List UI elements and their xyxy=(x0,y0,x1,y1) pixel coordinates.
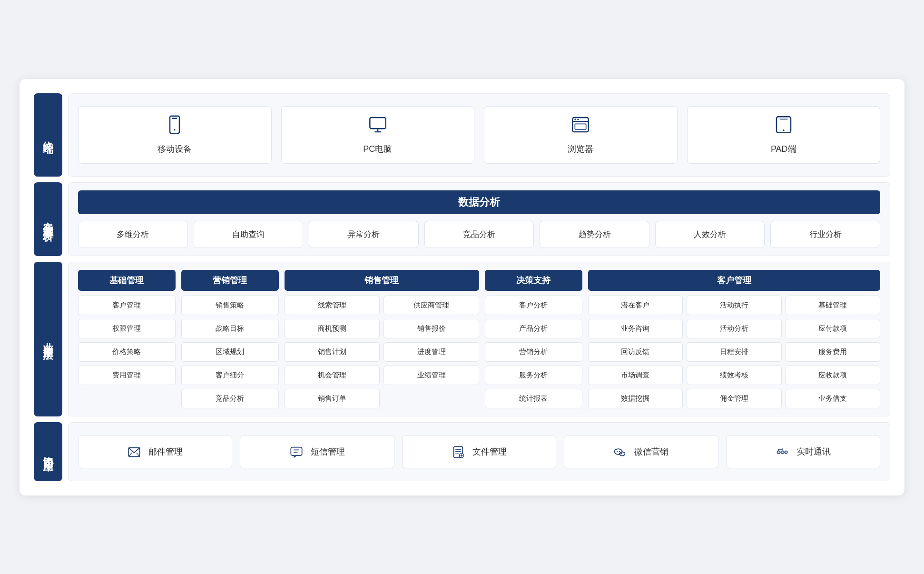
collab-item-realtime[interactable]: 实时通讯 xyxy=(726,435,880,468)
pc-label: PC电脑 xyxy=(363,143,392,155)
svg-point-8 xyxy=(575,119,576,120)
collab-item-wechat[interactable]: 微信营销 xyxy=(564,435,718,468)
biz-basic-header: 基础管理 xyxy=(78,270,176,291)
biz-customer-7[interactable]: 日程安排 xyxy=(687,342,781,362)
biz-decision-1[interactable]: 产品分析 xyxy=(485,319,582,338)
biz-sales-8[interactable]: 销售订单 xyxy=(285,389,380,408)
main-container: 终端 移动设备 xyxy=(20,79,904,495)
biz-sales-header: 销售管理 xyxy=(285,270,480,291)
crm-row: 客户管理分析 数据分析 多维分析 自助查询 异常分析 竞品分析 趋势分析 人效分… xyxy=(34,182,890,256)
biz-basic-2[interactable]: 价格策略 xyxy=(78,342,176,362)
da-item-3[interactable]: 竞品分析 xyxy=(424,221,534,248)
mobile-icon xyxy=(165,115,184,139)
terminal-item-pc[interactable]: PC电脑 xyxy=(281,106,475,164)
collab-item-email[interactable]: 邮件管理 xyxy=(78,435,232,468)
biz-customer-header: 客户管理 xyxy=(588,270,880,291)
svg-rect-34 xyxy=(781,451,784,454)
biz-sales-1[interactable]: 供应商管理 xyxy=(383,296,479,315)
biz-marketing-4[interactable]: 竞品分析 xyxy=(181,389,279,408)
biz-sales-6[interactable]: 机会管理 xyxy=(285,366,380,385)
browser-label: 浏览器 xyxy=(568,143,593,155)
svg-rect-10 xyxy=(575,124,586,129)
biz-customer-13[interactable]: 佣金管理 xyxy=(687,389,781,408)
da-item-1[interactable]: 自助查询 xyxy=(194,221,304,248)
svg-rect-35 xyxy=(785,451,787,454)
da-title: 数据分析 xyxy=(78,190,880,214)
biz-sales-3[interactable]: 销售报价 xyxy=(383,319,479,338)
da-item-2[interactable]: 异常分析 xyxy=(309,221,419,248)
biz-decision-2[interactable]: 营销分析 xyxy=(485,342,582,362)
biz-section-basic: 基础管理 客户管理 权限管理 价格策略 费用管理 xyxy=(78,270,176,408)
biz-marketing-3[interactable]: 客户细分 xyxy=(181,366,279,385)
svg-point-9 xyxy=(578,119,579,120)
terminal-row: 终端 移动设备 xyxy=(34,93,890,177)
biz-customer-9[interactable]: 市场调查 xyxy=(588,366,683,385)
pad-label: PAD端 xyxy=(771,143,796,155)
biz-customer-4[interactable]: 活动分析 xyxy=(687,319,781,338)
terminal-item-mobile[interactable]: 移动设备 xyxy=(78,106,272,164)
biz-decision-4[interactable]: 统计报表 xyxy=(485,389,582,408)
svg-point-31 xyxy=(621,454,622,455)
collab-row: 协同应用 邮件管理 xyxy=(34,422,890,481)
crm-content: 数据分析 多维分析 自助查询 异常分析 竞品分析 趋势分析 人效分析 行业分析 xyxy=(68,182,890,256)
realtime-icon xyxy=(776,444,791,459)
svg-point-30 xyxy=(619,451,620,452)
biz-basic-3[interactable]: 费用管理 xyxy=(78,366,176,385)
svg-point-29 xyxy=(617,451,618,452)
svg-point-32 xyxy=(623,454,624,455)
biz-customer-11[interactable]: 应收款项 xyxy=(786,366,880,385)
biz-customer-10[interactable]: 绩效考核 xyxy=(687,366,781,385)
collab-email-label: 邮件管理 xyxy=(148,446,183,457)
biz-marketing-0[interactable]: 销售策略 xyxy=(181,296,279,315)
file-icon xyxy=(452,444,467,459)
da-item-6[interactable]: 行业分析 xyxy=(770,221,880,248)
biz-content: 基础管理 客户管理 权限管理 价格策略 费用管理 营销管理 销售策略 战略目标 … xyxy=(68,262,890,416)
biz-customer-2[interactable]: 基础管理 xyxy=(786,296,880,315)
biz-basic-1[interactable]: 权限管理 xyxy=(78,319,176,338)
svg-line-16 xyxy=(137,453,140,456)
da-items: 多维分析 自助查询 异常分析 竞品分析 趋势分析 人效分析 行业分析 xyxy=(78,221,880,248)
da-item-0[interactable]: 多维分析 xyxy=(78,221,188,248)
biz-customer-12[interactable]: 数据挖掘 xyxy=(588,389,683,408)
biz-decision-items: 客户分析 产品分析 营销分析 服务分析 统计报表 xyxy=(485,296,582,408)
svg-point-1 xyxy=(174,129,176,130)
svg-rect-33 xyxy=(777,451,780,454)
biz-sales-5[interactable]: 进度管理 xyxy=(383,342,479,362)
biz-decision-0[interactable]: 客户分析 xyxy=(485,296,582,315)
biz-sales-0[interactable]: 线索管理 xyxy=(285,296,380,315)
pad-icon xyxy=(774,115,793,139)
biz-customer-5[interactable]: 应付款项 xyxy=(786,319,880,338)
biz-marketing-header: 营销管理 xyxy=(181,270,279,291)
biz-section-sales: 销售管理 线索管理 供应商管理 商机预测 销售报价 销售计划 进度管理 机会管理… xyxy=(285,270,480,408)
terminal-items: 移动设备 PC电脑 xyxy=(78,101,880,168)
biz-section-customer: 客户管理 潜在客户 活动执行 基础管理 业务咨询 活动分析 应付款项 回访反馈 … xyxy=(588,270,880,408)
biz-sales-7[interactable]: 业绩管理 xyxy=(383,366,479,385)
biz-decision-3[interactable]: 服务分析 xyxy=(485,366,582,385)
biz-marketing-items: 销售策略 战略目标 区域规划 客户细分 竞品分析 xyxy=(181,296,279,408)
da-item-4[interactable]: 趋势分析 xyxy=(540,221,649,248)
da-item-5[interactable]: 人效分析 xyxy=(655,221,765,248)
biz-basic-0[interactable]: 客户管理 xyxy=(78,296,176,315)
collab-file-label: 文件管理 xyxy=(472,446,507,457)
biz-row: 业务应用层 基础管理 客户管理 权限管理 价格策略 费用管理 营销管理 销售策略… xyxy=(34,262,890,416)
biz-sales-2[interactable]: 商机预测 xyxy=(285,319,380,338)
biz-customer-0[interactable]: 潜在客户 xyxy=(588,296,683,315)
email-icon xyxy=(128,444,143,459)
collab-item-sms[interactable]: 短信管理 xyxy=(240,435,394,468)
wechat-icon xyxy=(613,444,629,459)
terminal-item-pad[interactable]: PAD端 xyxy=(687,106,881,164)
biz-customer-8[interactable]: 服务费用 xyxy=(786,342,880,362)
biz-marketing-2[interactable]: 区域规划 xyxy=(181,342,279,362)
biz-section-marketing: 营销管理 销售策略 战略目标 区域规划 客户细分 竞品分析 xyxy=(181,270,279,408)
biz-marketing-1[interactable]: 战略目标 xyxy=(181,319,279,338)
browser-icon xyxy=(571,115,590,139)
terminal-item-browser[interactable]: 浏览器 xyxy=(484,106,678,164)
svg-line-15 xyxy=(129,453,132,456)
biz-customer-1[interactable]: 活动执行 xyxy=(687,296,781,315)
biz-sales-4[interactable]: 销售计划 xyxy=(285,342,380,362)
collab-label: 协同应用 xyxy=(34,422,62,481)
biz-customer-14[interactable]: 业务借支 xyxy=(786,389,880,408)
biz-customer-3[interactable]: 业务咨询 xyxy=(588,319,683,338)
biz-customer-6[interactable]: 回访反馈 xyxy=(588,342,683,362)
collab-item-file[interactable]: 文件管理 xyxy=(402,435,556,468)
